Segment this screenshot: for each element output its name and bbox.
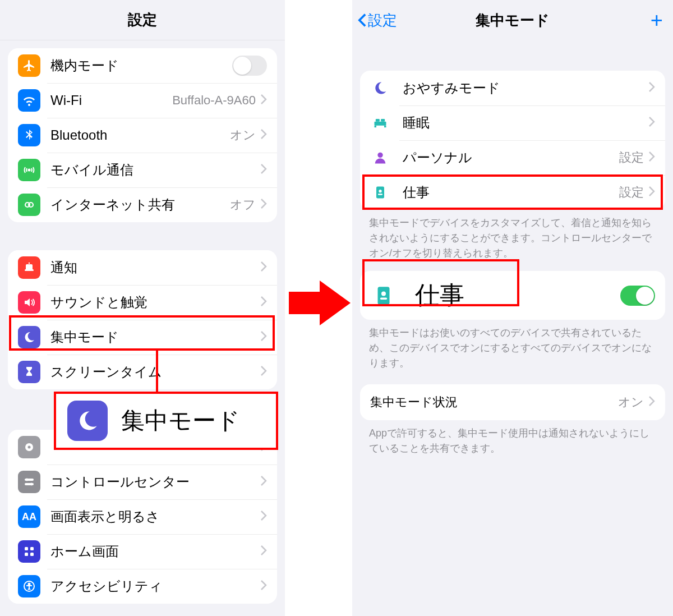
airplane-toggle[interactable] bbox=[232, 56, 267, 76]
add-button[interactable]: + bbox=[651, 8, 663, 33]
chevron-right-icon bbox=[260, 365, 267, 379]
badge-icon bbox=[370, 282, 397, 309]
footer-text-2: 集中モードはお使いのすべてのデバイスで共有されているため、このデバイスでオンにす… bbox=[352, 320, 673, 371]
badge-icon bbox=[370, 182, 390, 203]
bluetooth-icon bbox=[18, 124, 40, 146]
row-label: サウンドと触覚 bbox=[50, 293, 260, 311]
row-focus[interactable]: 集中モード bbox=[8, 320, 277, 355]
svg-rect-23 bbox=[381, 119, 385, 122]
row-label: スクリーンタイム bbox=[50, 363, 260, 381]
transition-arrow bbox=[286, 269, 353, 337]
svg-point-26 bbox=[379, 190, 381, 192]
moon-icon bbox=[370, 78, 390, 98]
footer-text-3: Appで許可すると、集中モード使用中は通知されないようにしていることを共有できま… bbox=[352, 420, 673, 456]
row-control-center[interactable]: コントロールセンター bbox=[8, 465, 277, 499]
page-title: 集中モード bbox=[476, 11, 550, 30]
svg-rect-21 bbox=[384, 126, 386, 128]
svg-point-12 bbox=[30, 483, 33, 486]
row-label: コントロールセンター bbox=[50, 473, 260, 491]
connector-line bbox=[156, 351, 158, 394]
svg-rect-27 bbox=[378, 194, 382, 195]
wifi-icon bbox=[18, 89, 40, 112]
svg-rect-15 bbox=[25, 553, 28, 556]
svg-rect-13 bbox=[25, 547, 28, 550]
svg-rect-22 bbox=[376, 119, 380, 122]
row-wifi[interactable]: Wi-Fi Buffalo-A-9A60 bbox=[8, 83, 277, 118]
settings-group-general: 通知 サウンドと触覚 集中モード スクリーンタイム bbox=[8, 250, 277, 389]
svg-point-11 bbox=[26, 479, 29, 481]
row-work[interactable]: 仕事 設定 bbox=[360, 175, 665, 210]
row-label: 仕事 bbox=[403, 183, 619, 201]
navbar: 設定 bbox=[0, 0, 285, 40]
row-label: 機内モード bbox=[50, 57, 232, 75]
chevron-right-icon bbox=[260, 510, 267, 523]
chevron-right-icon bbox=[260, 94, 267, 107]
row-airplane-mode[interactable]: 機内モード bbox=[8, 48, 277, 83]
navbar: 設定 集中モード + bbox=[352, 0, 673, 40]
svg-point-29 bbox=[381, 291, 386, 296]
svg-rect-19 bbox=[375, 122, 386, 126]
row-display[interactable]: AA 画面表示と明るさ bbox=[8, 499, 277, 534]
chevron-right-icon bbox=[648, 81, 655, 95]
focus-modes-group: おやすみモード 睡眠 パーソナル 設定 仕事 設定 bbox=[360, 71, 665, 210]
svg-rect-20 bbox=[375, 126, 377, 128]
svg-point-18 bbox=[29, 583, 30, 585]
row-personal[interactable]: パーソナル 設定 bbox=[360, 140, 665, 175]
work-focus-card: 仕事 bbox=[360, 271, 665, 320]
row-hotspot[interactable]: インターネット共有 オフ bbox=[8, 187, 277, 222]
back-label: 設定 bbox=[368, 11, 397, 30]
row-label: インターネット共有 bbox=[50, 196, 230, 214]
row-value: Buffalo-A-9A60 bbox=[172, 93, 256, 108]
moon-icon bbox=[67, 401, 108, 441]
row-home-screen[interactable]: ホーム画面 bbox=[8, 534, 277, 569]
row-label: モバイル通信 bbox=[50, 161, 260, 179]
person-circle-icon bbox=[18, 575, 40, 597]
chevron-right-icon bbox=[260, 296, 267, 309]
svg-point-1 bbox=[29, 169, 30, 171]
row-screentime[interactable]: スクリーンタイム bbox=[8, 355, 277, 389]
row-label: Wi-Fi bbox=[50, 93, 172, 108]
row-label: おやすみモード bbox=[403, 79, 648, 97]
callout-label: 集中モード bbox=[121, 405, 240, 436]
chevron-right-icon bbox=[260, 580, 267, 593]
callout-focus: 集中モード bbox=[54, 392, 278, 450]
chevron-right-icon bbox=[648, 116, 655, 130]
row-value: 設定 bbox=[619, 184, 644, 201]
row-focus-status[interactable]: 集中モード状況 オン bbox=[360, 384, 665, 420]
hourglass-icon bbox=[18, 361, 40, 383]
airplane-icon bbox=[18, 54, 40, 77]
hotspot-icon bbox=[18, 194, 40, 216]
chevron-right-icon bbox=[648, 151, 655, 164]
row-do-not-disturb[interactable]: おやすみモード bbox=[360, 71, 665, 105]
row-notifications[interactable]: 通知 bbox=[8, 250, 277, 285]
row-bluetooth[interactable]: Bluetooth オン bbox=[8, 118, 277, 153]
footer-text-1: 集中モードでデバイスをカスタマイズして、着信と通知を知らされないようにすることが… bbox=[352, 210, 673, 261]
svg-rect-5 bbox=[25, 269, 34, 271]
row-cellular[interactable]: モバイル通信 bbox=[8, 153, 277, 187]
row-label: 睡眠 bbox=[403, 114, 648, 132]
svg-rect-14 bbox=[30, 547, 34, 550]
person-icon bbox=[370, 148, 390, 168]
row-sleep[interactable]: 睡眠 bbox=[360, 105, 665, 140]
row-label: 通知 bbox=[50, 259, 260, 277]
chevron-right-icon bbox=[260, 261, 267, 274]
row-label: 集中モード bbox=[50, 328, 260, 346]
bell-icon bbox=[18, 256, 40, 279]
chevron-right-icon bbox=[260, 475, 267, 489]
row-sounds[interactable]: サウンドと触覚 bbox=[8, 285, 277, 320]
row-label: アクセシビリティ bbox=[50, 577, 260, 595]
chevron-right-icon bbox=[260, 128, 267, 142]
svg-marker-0 bbox=[289, 281, 351, 325]
work-toggle[interactable] bbox=[620, 286, 655, 306]
moon-icon bbox=[18, 326, 40, 348]
row-value: オン bbox=[230, 127, 256, 144]
row-accessibility[interactable]: アクセシビリティ bbox=[8, 569, 277, 604]
svg-rect-30 bbox=[380, 297, 387, 300]
settings-group-display: 一般 コントロールセンター AA 画面表示と明るさ ホーム画面 bbox=[8, 430, 277, 604]
chevron-right-icon bbox=[648, 396, 655, 409]
back-button[interactable]: 設定 bbox=[358, 11, 397, 30]
chevron-right-icon bbox=[648, 186, 655, 199]
svg-point-8 bbox=[28, 446, 31, 449]
chevron-right-icon bbox=[260, 545, 267, 558]
svg-point-6 bbox=[29, 263, 30, 264]
